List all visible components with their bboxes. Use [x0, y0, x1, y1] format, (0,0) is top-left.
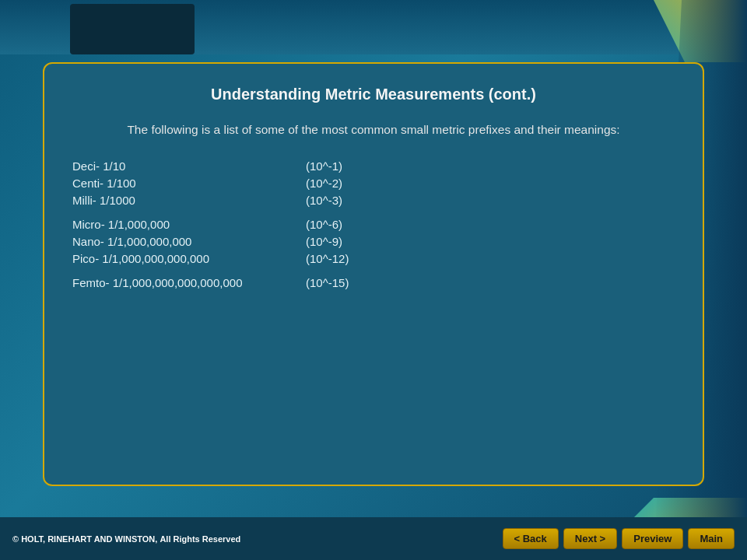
- prefix-table: Deci- 1/10 (10^-1) Centi- 1/100 (10^-2) …: [72, 160, 675, 289]
- bottom-bar: © HOLT, RINEHART AND WINSTON, All Rights…: [0, 517, 747, 560]
- prefix-name-micro: Micro- 1/1,000,000: [72, 219, 306, 230]
- copyright: © HOLT, RINEHART AND WINSTON, All Rights…: [12, 534, 240, 544]
- copyright-bold: © HOLT, RINEHART AND WINSTON,: [12, 534, 157, 544]
- prefix-row-centi: Centi- 1/100 (10^-2): [72, 177, 675, 189]
- next-button[interactable]: Next >: [563, 528, 617, 549]
- prefix-row-milli: Milli- 1/1000 (10^-3): [72, 194, 675, 206]
- prefix-value-nano: (10^-9): [306, 236, 342, 247]
- prefix-row-micro: Micro- 1/1,000,000 (10^-6): [72, 219, 675, 230]
- prefix-value-femto: (10^-15): [306, 277, 349, 289]
- prefix-name-pico: Pico- 1/1,000,000,000,000: [72, 253, 306, 264]
- nav-buttons: < Back Next > Preview Main: [503, 528, 735, 549]
- prefix-name-milli: Milli- 1/1000: [72, 194, 306, 206]
- prefix-group-1: Deci- 1/10 (10^-1) Centi- 1/100 (10^-2) …: [72, 160, 675, 206]
- prefix-value-micro: (10^-6): [306, 219, 342, 230]
- back-button[interactable]: < Back: [503, 528, 559, 549]
- card-intro: The following is a list of some of the m…: [72, 121, 675, 138]
- top-left-decoration: [70, 4, 195, 54]
- prefix-row-deci: Deci- 1/10 (10^-1): [72, 160, 675, 172]
- preview-button[interactable]: Preview: [622, 528, 683, 549]
- copyright-suffix: All Rights Reserved: [160, 534, 240, 544]
- prefix-row-pico: Pico- 1/1,000,000,000,000 (10^-12): [72, 253, 675, 264]
- prefix-value-pico: (10^-12): [306, 253, 349, 264]
- card-title: Understanding Metric Measurements (cont.…: [72, 86, 675, 103]
- prefix-name-femto: Femto- 1/1,000,000,000,000,000: [72, 277, 306, 289]
- prefix-value-centi: (10^-2): [306, 177, 342, 189]
- prefix-group-3: Femto- 1/1,000,000,000,000,000 (10^-15): [72, 277, 675, 289]
- content-card: Understanding Metric Measurements (cont.…: [43, 62, 704, 486]
- main-button[interactable]: Main: [688, 528, 735, 549]
- prefix-value-deci: (10^-1): [306, 160, 342, 172]
- prefix-row-nano: Nano- 1/1,000,000,000 (10^-9): [72, 236, 675, 247]
- prefix-value-milli: (10^-3): [306, 194, 342, 206]
- prefix-row-femto: Femto- 1/1,000,000,000,000,000 (10^-15): [72, 277, 675, 289]
- prefix-name-nano: Nano- 1/1,000,000,000: [72, 236, 306, 247]
- prefix-name-centi: Centi- 1/100: [72, 177, 306, 189]
- prefix-group-2: Micro- 1/1,000,000 (10^-6) Nano- 1/1,000…: [72, 219, 675, 264]
- prefix-name-deci: Deci- 1/10: [72, 160, 306, 172]
